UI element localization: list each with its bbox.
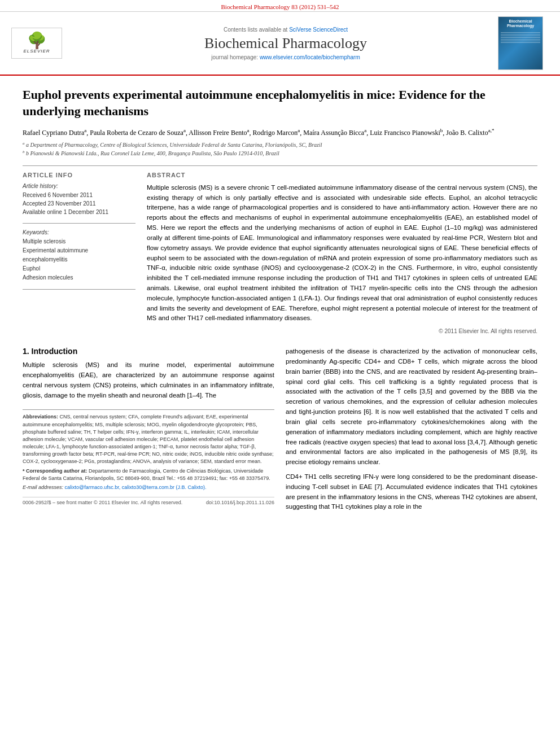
- elsevier-logo: 🌳 ELSEVIER: [11, 28, 62, 59]
- article-info-label: ARTICLE INFO: [23, 172, 135, 178]
- keyword-item: encephalomyelitis: [23, 255, 135, 264]
- doi-text: doi:10.1016/j.bcp.2011.11.026: [206, 500, 274, 505]
- info-abstract-section: ARTICLE INFO Article history: Received 6…: [23, 172, 537, 334]
- intro-right-text: pathogenesis of the disease is character…: [286, 347, 537, 512]
- journal-citation: Biochemical Pharmacology 83 (2012) 531–5…: [221, 3, 339, 10]
- keywords-block: Keywords: Multiple sclerosis Experimenta…: [23, 229, 135, 282]
- keywords-list: Multiple sclerosis Experimental autoimmu…: [23, 237, 135, 282]
- sciverse-link[interactable]: SciVerse ScienceDirect: [289, 27, 348, 33]
- publisher-logo-area: 🌳 ELSEVIER: [11, 28, 73, 59]
- available-text: Available online 1 December 2011: [23, 208, 135, 216]
- author-name: Luiz Francisco Pianowski: [370, 129, 440, 137]
- abbreviations: Abbreviations: CNS, central nervous syst…: [23, 413, 274, 465]
- contents-text: Contents lists available at: [224, 27, 287, 33]
- corresponding-label: * Corresponding author at:: [23, 468, 88, 474]
- author-name: Paula Roberta de Cezaro de Souza: [90, 129, 183, 137]
- affiliation-b: b b Pianowski & Pianowski Ltda., Rua Cor…: [23, 150, 537, 158]
- main-content: Euphol prevents experimental autoimmune …: [0, 76, 560, 528]
- bottom-bar: 0006-2952/$ – see front matter © 2011 El…: [23, 497, 274, 505]
- history-label: Article history:: [23, 183, 135, 189]
- divider-keywords: [23, 223, 135, 224]
- journal-title: Biochemical Pharmacology: [73, 35, 498, 52]
- article-info-column: ARTICLE INFO Article history: Received 6…: [23, 172, 135, 334]
- keyword-item: Euphol: [23, 264, 135, 273]
- footnotes-area: Abbreviations: CNS, central nervous syst…: [23, 409, 274, 491]
- sciverse-line: Contents lists available at SciVerse Sci…: [73, 27, 498, 33]
- author-name: João B. Calixto: [446, 129, 488, 137]
- affiliation-a: a a Department of Pharmacology, Centre o…: [23, 141, 537, 149]
- divider-bottom-left: [23, 289, 135, 290]
- accepted-text: Accepted 23 November 2011: [23, 199, 135, 208]
- intro-right-column: pathogenesis of the disease is character…: [286, 347, 537, 517]
- keyword-item: Adhesion molecules: [23, 273, 135, 282]
- elsevier-tree-icon: 🌳: [27, 33, 47, 49]
- author-name: Allisson Freire Bento: [189, 129, 247, 137]
- abstract-text: Multiple sclerosis (MS) is a severe chro…: [147, 183, 537, 324]
- journal-header: 🌳 ELSEVIER Contents lists available at S…: [0, 12, 560, 76]
- intro-para-text: Multiple sclerosis (MS) and its murine m…: [23, 360, 274, 400]
- abbrev-label: Abbreviations:: [23, 414, 58, 420]
- intro-right-para1: pathogenesis of the disease is character…: [286, 347, 537, 468]
- keyword-item: Multiple sclerosis: [23, 237, 135, 246]
- section-title: 1. Introduction: [23, 347, 274, 356]
- journal-cover-image: BiochemicalPharmacology: [498, 16, 543, 70]
- cover-title: BiochemicalPharmacology: [507, 19, 534, 29]
- author-name: Rafael Cypriano Dutra: [23, 129, 84, 137]
- email-text: calixto@farmaco.ufsc.br, calixto30@terra…: [65, 484, 207, 490]
- email-label: E-mail addresses:: [23, 484, 63, 490]
- copyright-line: © 2011 Elsevier Inc. All rights reserved…: [147, 328, 537, 334]
- author-name: Rodrigo Marcon: [253, 129, 298, 137]
- abbrev-text: CNS, central nervous system; CFA, comple…: [23, 414, 274, 464]
- article-history-block: Article history: Received 6 November 201…: [23, 183, 135, 216]
- journal-title-area: Contents lists available at SciVerse Sci…: [73, 27, 498, 60]
- intro-right-para2: CD4+ TH1 cells secreting IFN-γ were long…: [286, 472, 537, 512]
- corresponding-author: * Corresponding author at: Departamento …: [23, 468, 274, 482]
- keyword-item: Experimental autoimmune: [23, 246, 135, 255]
- homepage-url[interactable]: www.elsevier.com/locate/biochempharm: [260, 54, 360, 60]
- introduction-section: 1. Introduction Multiple sclerosis (MS) …: [23, 347, 537, 517]
- intro-left-column: 1. Introduction Multiple sclerosis (MS) …: [23, 347, 274, 517]
- authors-line: Rafael Cypriano Dutraa, Paula Roberta de…: [23, 127, 537, 138]
- journal-citation-bar: Biochemical Pharmacology 83 (2012) 531–5…: [0, 0, 560, 12]
- issn-text: 0006-2952/$ – see front matter © 2011 El…: [23, 500, 182, 505]
- keywords-label: Keywords:: [23, 229, 135, 235]
- abstract-column: ABSTRACT Multiple sclerosis (MS) is a se…: [147, 172, 537, 334]
- author-name: Maíra Assunção Bicca: [303, 129, 364, 137]
- journal-homepage: journal homepage: www.elsevier.com/locat…: [73, 54, 498, 60]
- intro-paragraph-1: Multiple sclerosis (MS) and its murine m…: [23, 360, 274, 400]
- abstract-label: ABSTRACT: [147, 172, 537, 178]
- cover-decoration: [501, 31, 540, 44]
- affiliations: a a Department of Pharmacology, Centre o…: [23, 141, 537, 158]
- journal-cover-area: BiochemicalPharmacology: [498, 16, 549, 70]
- divider-1: [23, 165, 537, 166]
- email-footnote: E-mail addresses: calixto@farmaco.ufsc.b…: [23, 484, 274, 491]
- elsevier-text: ELSEVIER: [23, 49, 50, 54]
- article-title: Euphol prevents experimental autoimmune …: [23, 87, 537, 119]
- received-text: Received 6 November 2011: [23, 191, 135, 199]
